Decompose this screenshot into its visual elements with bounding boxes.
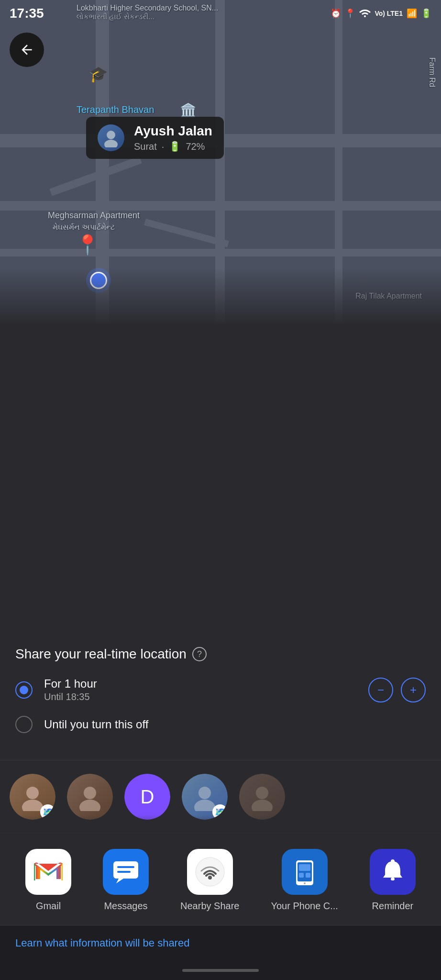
meghsarman-guj-label: મેઘસર્મન અપાર્ટમેન્ટ: [53, 223, 115, 232]
apps-row: Gmail Messages: [0, 834, 441, 925]
status-bar: 17:35 ⏰ 📍 Vo) LTE1 📶 🔋: [0, 0, 441, 27]
svg-rect-11: [117, 866, 134, 868]
svg-point-8: [256, 787, 268, 799]
location-pin: 📍: [76, 234, 99, 256]
svg-point-0: [107, 131, 115, 139]
user-battery: 72%: [186, 141, 205, 152]
current-location-dot: [90, 272, 107, 289]
svg-point-4: [84, 787, 96, 799]
learn-more-link[interactable]: Learn what information will be shared: [15, 937, 189, 949]
svg-point-3: [22, 800, 43, 811]
radio-one-hour-label: For 1 hour: [44, 677, 97, 690]
svg-rect-21: [391, 878, 395, 880]
your-phone-icon: [282, 849, 328, 895]
contact-avatar-1: 🗺️: [10, 774, 55, 820]
radio-indefinite-label: Until you turn this off: [44, 718, 148, 731]
reminder-label: Reminder: [372, 901, 414, 912]
maps-badge-4: 🗺️: [212, 804, 228, 820]
location-icon: 📍: [345, 8, 355, 19]
reminder-icon: [370, 849, 416, 895]
contact-avatar-3: D: [124, 774, 170, 820]
svg-rect-10: [113, 861, 138, 879]
home-bar: [182, 969, 259, 972]
contact-avatar-4: 🗺️: [182, 774, 228, 820]
terapanth-pin: 🏛️: [180, 102, 197, 118]
meghsarman-label: Meghsarman Apartment: [48, 211, 140, 221]
svg-rect-19: [299, 873, 304, 878]
gmail-label: Gmail: [36, 901, 61, 912]
increase-time-button[interactable]: +: [401, 678, 426, 702]
app-item-reminder[interactable]: Reminder: [370, 849, 416, 912]
contact-item-4[interactable]: 🗺️: [182, 774, 228, 820]
alarm-icon: ⏰: [331, 8, 341, 19]
svg-rect-20: [306, 873, 310, 878]
farm-rd-label: Farm Rd: [428, 57, 436, 87]
lte-icon: Vo) LTE1: [375, 10, 403, 17]
svg-point-2: [26, 787, 39, 799]
svg-point-1: [104, 140, 118, 147]
time-controls: − +: [368, 678, 426, 702]
user-info-card: Ayush Jalan Surat · 🔋 72%: [86, 117, 224, 159]
maps-badge-1: 🗺️: [40, 804, 55, 820]
user-avatar: [98, 124, 124, 151]
learn-more-section: Learn what information will be shared: [0, 925, 441, 961]
app-item-messages[interactable]: Messages: [103, 849, 149, 912]
battery-icon: 🔋: [421, 8, 431, 19]
contact-item-3[interactable]: D: [124, 774, 170, 820]
svg-point-17: [304, 882, 306, 884]
user-name: Ayush Jalan: [134, 123, 212, 139]
back-button[interactable]: [10, 33, 44, 67]
contact-item-1[interactable]: 🗺️: [10, 774, 55, 820]
contact-item-5[interactable]: [239, 774, 285, 820]
svg-rect-12: [117, 871, 131, 873]
contact-avatar-5: [239, 774, 285, 820]
radio-indefinite[interactable]: [15, 716, 33, 733]
school-pin: 🎓: [89, 65, 108, 83]
radio-one-hour-sublabel: Until 18:35: [44, 691, 97, 702]
radio-option-indefinite[interactable]: Until you turn this off: [15, 716, 426, 733]
nearby-share-label: Nearby Share: [180, 901, 239, 912]
share-location-section: Share your real-time location ? For 1 ho…: [0, 629, 441, 760]
terapanth-label: Terapanth Bhavan: [77, 104, 154, 115]
nearby-share-icon: [187, 849, 233, 895]
svg-point-9: [252, 800, 273, 811]
contact-item-2[interactable]: [67, 774, 113, 820]
svg-rect-18: [299, 864, 310, 871]
status-time: 17:35: [10, 6, 44, 21]
contact-avatar-2: [67, 774, 113, 820]
messages-label: Messages: [104, 901, 147, 912]
share-location-title: Share your real-time location ?: [15, 646, 426, 662]
wifi-icon: [359, 8, 371, 20]
svg-point-14: [208, 876, 212, 880]
user-info: Ayush Jalan Surat · 🔋 72%: [134, 123, 212, 152]
raj-tilak-label: Raj Tilak Apartment: [355, 292, 422, 301]
svg-point-7: [194, 800, 215, 811]
radio-one-hour[interactable]: [15, 681, 33, 699]
radio-option-one-hour[interactable]: For 1 hour Until 18:35 − +: [15, 677, 426, 702]
bottom-sheet: Share your real-time location ? For 1 ho…: [0, 629, 441, 980]
app-item-nearby[interactable]: Nearby Share: [180, 849, 239, 912]
map-view: 17:35 ⏰ 📍 Vo) LTE1 📶 🔋 Lokbharti Higher …: [0, 0, 441, 325]
help-icon[interactable]: ?: [192, 647, 207, 661]
svg-point-5: [79, 800, 100, 811]
svg-point-22: [391, 859, 395, 863]
signal-icon: 📶: [407, 8, 417, 19]
your-phone-label: Your Phone C...: [271, 901, 338, 912]
gmail-icon: [25, 849, 71, 895]
messages-icon: [103, 849, 149, 895]
app-item-gmail[interactable]: Gmail: [25, 849, 71, 912]
user-details: Surat · 🔋 72%: [134, 141, 212, 152]
app-item-phone[interactable]: Your Phone C...: [271, 849, 338, 912]
svg-point-6: [198, 787, 211, 799]
user-city: Surat: [134, 141, 157, 152]
status-icons: ⏰ 📍 Vo) LTE1 📶 🔋: [331, 8, 431, 20]
contacts-row: 🗺️ D: [0, 760, 441, 834]
home-indicator: [0, 961, 441, 980]
decrease-time-button[interactable]: −: [368, 678, 393, 702]
